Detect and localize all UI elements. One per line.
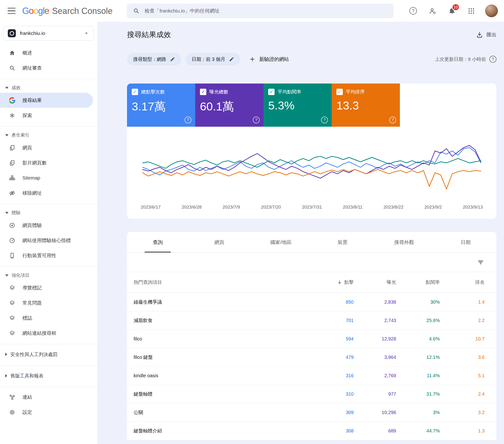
metric-checkbox[interactable]: ✓ <box>132 89 138 95</box>
help-icon[interactable]: ? <box>321 117 328 123</box>
metric-tile[interactable]: ✓平均排序13.3? <box>332 84 400 127</box>
sidebar-item[interactable]: 概述 <box>0 45 93 60</box>
sidebar-item[interactable]: 常見問題 <box>0 295 93 310</box>
table-tab[interactable]: 搜尋外觀 <box>373 232 435 253</box>
nav-section-header[interactable]: 產生索引 <box>0 129 97 140</box>
sidebar-item[interactable]: 網址審查 <box>0 60 93 75</box>
sidebar-item[interactable]: 標誌 <box>0 310 93 325</box>
help-button[interactable]: ? <box>408 5 418 16</box>
column-header-label: 排名 <box>475 279 485 286</box>
query-cell[interactable]: 減脂飲食 <box>134 317 312 324</box>
sidebar-item[interactable]: 網頁 <box>0 140 93 155</box>
metric-tile[interactable]: ✓平均點閱率5.3%? <box>263 84 332 127</box>
table-tab[interactable]: 國家/地區 <box>250 232 312 253</box>
sidebar-item[interactable]: 網頁體驗 <box>0 218 93 233</box>
column-header[interactable]: 排名 <box>440 279 485 286</box>
table-tab[interactable]: 裝置 <box>312 232 373 253</box>
filter-icon[interactable] <box>477 259 484 266</box>
nav-group: 安全性與人工判決處罰 <box>0 344 97 364</box>
metric-label: 平均點閱率 <box>278 89 301 95</box>
query-cell[interactable]: 公關 <box>134 409 312 416</box>
metric-checkbox[interactable]: ✓ <box>336 89 343 95</box>
x-tick-label: 2023/9/13 <box>463 205 483 210</box>
sidebar-item[interactable]: 設定 <box>0 405 93 420</box>
removals-icon <box>9 190 15 196</box>
notifications-button[interactable]: 10 <box>446 5 457 16</box>
table-row[interactable]: 鍵盤軸體介紹30868944.7%1.3 <box>127 422 496 440</box>
table-row[interactable]: filco59412,9284.6%10.7 <box>127 330 496 348</box>
dimension-tabs: 查詢網頁國家/地區裝置搜尋外觀日期 <box>127 232 496 253</box>
search-icon <box>133 8 140 14</box>
column-header[interactable]: 曝光 <box>354 279 396 286</box>
metric-tile[interactable]: ✓總點擊次數3.17萬? <box>127 84 195 127</box>
metric-value: 13.3 <box>336 99 395 112</box>
sidebar-item[interactable]: 移除網址 <box>0 186 93 201</box>
sidebar-item[interactable]: Sitemap <box>0 170 93 186</box>
nav-section-collapsed[interactable]: 舊版工具和報表 <box>0 368 97 384</box>
help-icon[interactable]: ? <box>253 117 260 123</box>
table-tab[interactable]: 網頁 <box>189 232 250 253</box>
table-body: 綠藤生機爭議8502,83830%1.4減脂飲食7012,74325.6%2.2… <box>127 293 496 440</box>
sidebar-item-label: 網站連結搜尋框 <box>22 330 56 336</box>
query-cell[interactable]: filco 鍵盤 <box>134 354 312 360</box>
sidebar-item[interactable]: 行動裝置可用性 <box>0 248 93 263</box>
info-icon[interactable]: ? <box>489 56 496 63</box>
google-apps-button[interactable] <box>466 5 477 16</box>
table-row[interactable]: 綠藤生機爭議8502,83830%1.4 <box>127 293 496 311</box>
query-cell[interactable]: kindle oasis <box>134 373 312 378</box>
filter-chip[interactable]: 日期：前 3 個月 <box>185 53 240 66</box>
filter-chip[interactable]: 搜尋類型：網路 <box>127 53 181 66</box>
nav-section-collapsed[interactable]: 安全性與人工判決處罰 <box>0 347 97 362</box>
query-cell[interactable]: 綠藤生機爭議 <box>134 299 312 305</box>
column-header[interactable]: 點閱率 <box>396 279 440 286</box>
help-icon[interactable]: ? <box>185 117 191 123</box>
new-comparison-button[interactable]: 新驗證的網站 <box>249 56 289 63</box>
nav-group: 產生索引網頁影片網頁數Sitemap移除網址 <box>0 126 97 203</box>
sidebar-item-label: 概述 <box>22 50 32 56</box>
gear-icon <box>9 409 15 415</box>
nav-section-header[interactable]: 強化項目 <box>0 269 97 280</box>
line-chart[interactable] <box>141 138 483 197</box>
sidebar-item[interactable]: 探索 <box>0 108 93 123</box>
performance-chart: 2023/6/172023/6/282023/7/92023/7/202023/… <box>127 127 496 219</box>
enhance-icon <box>9 330 15 336</box>
sidebar-item[interactable]: 網站使用體驗核心指標 <box>0 233 93 248</box>
table-row[interactable]: 減脂飲食7012,74325.6%2.2 <box>127 311 496 330</box>
nav-section-header[interactable]: 體驗 <box>0 206 97 218</box>
table-row[interactable]: 公關30910,2963%3.2 <box>127 403 496 422</box>
sidebar-item[interactable]: 搜尋結果 <box>0 93 93 108</box>
sidebar-item[interactable]: 網站連結搜尋框 <box>0 325 93 341</box>
metric-checkbox[interactable]: ✓ <box>268 89 274 95</box>
table-row[interactable]: kindle oasis3162,76911.4%5.1 <box>127 366 496 385</box>
sidebar-item-label: 設定 <box>22 409 32 415</box>
table-tab[interactable]: 日期 <box>435 232 496 253</box>
column-header[interactable]: 點擊 <box>312 279 354 286</box>
search-input[interactable] <box>144 8 387 14</box>
menu-icon[interactable] <box>6 5 17 16</box>
tab-label: 網頁 <box>214 239 224 246</box>
user-settings-button[interactable] <box>427 5 438 16</box>
impressions-cell: 10,296 <box>354 410 396 415</box>
app-logo: Google Search Console <box>22 6 113 16</box>
table-row[interactable]: filco 鍵盤4793,96412.1%3.6 <box>127 348 496 366</box>
query-column-header[interactable]: 熱門查詢項目 <box>134 279 312 286</box>
query-cell[interactable]: 鍵盤軸體 <box>134 391 312 397</box>
nav-section-header[interactable]: 成效 <box>0 81 97 93</box>
table-row[interactable]: 鍵盤軸體31097731.7%2.4 <box>127 385 496 403</box>
metric-checkbox[interactable]: ✓ <box>200 89 206 95</box>
export-button[interactable]: 匯出 <box>476 31 496 38</box>
sidebar-item-label: 網址審查 <box>22 65 42 71</box>
query-cell[interactable]: 鍵盤軸體介紹 <box>134 428 312 434</box>
nav-section-label: 成效 <box>12 85 20 91</box>
metric-tile[interactable]: ✓曝光總數60.1萬? <box>195 84 263 127</box>
sidebar-item[interactable]: 導覽標記 <box>0 280 93 295</box>
filter-chips: 搜尋類型：網路日期：前 3 個月 <box>127 53 240 66</box>
avatar[interactable] <box>485 4 498 17</box>
property-selector[interactable]: frankchiu.io <box>3 26 94 41</box>
help-icon[interactable]: ? <box>389 117 396 123</box>
sidebar-item[interactable]: 連結 <box>0 390 93 405</box>
query-cell[interactable]: filco <box>134 336 312 342</box>
url-inspection-searchbar[interactable] <box>127 3 394 18</box>
table-tab[interactable]: 查詢 <box>127 232 189 253</box>
sidebar-item[interactable]: 影片網頁數 <box>0 155 93 170</box>
